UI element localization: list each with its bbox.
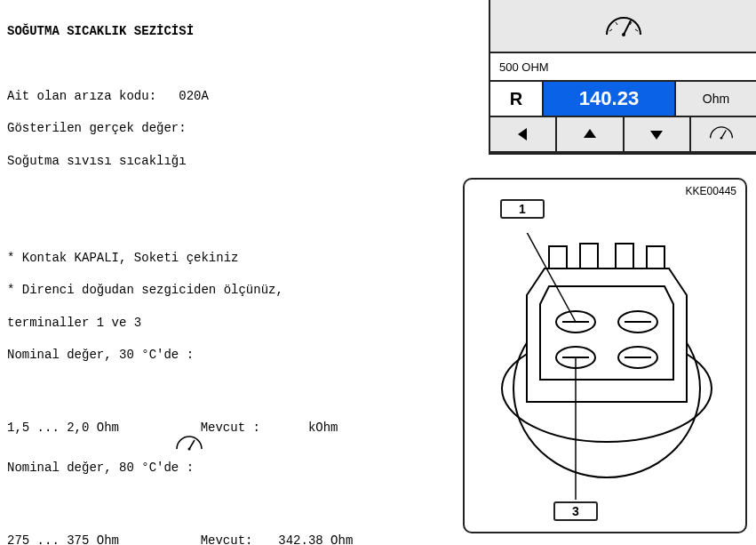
meter-unit: Ohm xyxy=(676,82,756,116)
pin-label-1: 1 xyxy=(500,199,545,219)
down-button[interactable] xyxy=(625,117,691,151)
diagram-code: KKE00445 xyxy=(686,185,736,197)
up-button[interactable] xyxy=(557,117,624,151)
step-1: * Kontak KAPALI, Soketi çekiniz xyxy=(7,250,478,266)
prev-button[interactable] xyxy=(490,117,557,151)
meter-header xyxy=(490,0,756,53)
meter-mode[interactable]: R xyxy=(490,82,544,116)
fault-code: 020A xyxy=(179,89,209,103)
title: SOĞUTMA SICAKLIK SEZİCİSİ xyxy=(7,23,478,39)
svg-point-1 xyxy=(188,448,191,451)
svg-line-4 xyxy=(624,20,631,35)
step-2: * Direnci doğudan sezgiciden ölçünüz, xyxy=(7,282,478,298)
connector-diagram: KKE00445 1 3 xyxy=(463,178,747,533)
meter-range: 500 OHM xyxy=(490,53,756,82)
svg-marker-10 xyxy=(518,128,527,140)
svg-marker-12 xyxy=(650,131,663,140)
svg-point-14 xyxy=(720,137,723,140)
gauge-icon xyxy=(602,13,645,38)
meter-panel: 500 OHM R 140.23 Ohm xyxy=(489,0,756,155)
shown-label: Gösterilen gerçek değer: xyxy=(7,120,478,136)
meter-button-row xyxy=(490,117,756,153)
svg-marker-11 xyxy=(584,129,596,138)
mevcut-30-value: kOhm xyxy=(308,420,338,436)
mevcut-80-value: 342.38 Ohm xyxy=(278,533,353,545)
nominal-30-range: 1,5 ... 2,0 Ohm xyxy=(7,420,119,436)
meter-value: 140.23 xyxy=(544,82,676,116)
svg-line-7 xyxy=(616,22,617,25)
mevcut-80-label: Mevcut: xyxy=(201,533,253,545)
nominal-80-label: Nominal değer, 80 °C'de : xyxy=(7,460,478,476)
gauge-icon xyxy=(145,419,175,437)
fault-code-label: Ait olan arıza kodu: xyxy=(7,89,156,103)
meter-value-row: R 140.23 Ohm xyxy=(490,82,756,117)
instruction-panel: SOĞUTMA SICAKLIK SEZİCİSİ Ait olan arıza… xyxy=(7,7,478,545)
connector-illustration xyxy=(496,233,718,500)
step-2b: terminaller 1 ve 3 xyxy=(7,315,478,331)
svg-line-9 xyxy=(635,29,638,31)
gauge-icon xyxy=(708,125,738,143)
svg-line-6 xyxy=(609,29,612,31)
shown-value: Soğutma sıvısı sıcaklığı xyxy=(7,153,478,169)
svg-point-5 xyxy=(622,33,625,36)
svg-line-0 xyxy=(189,440,195,449)
pin-label-3: 3 xyxy=(553,501,598,521)
nominal-80-range: 275 ... 375 Ohm xyxy=(7,533,119,545)
gauge-icon xyxy=(145,532,175,545)
gauge-button[interactable] xyxy=(691,117,756,151)
nominal-30-label: Nominal değer, 30 °C'de : xyxy=(7,347,478,363)
svg-line-13 xyxy=(721,130,726,138)
mevcut-30-label: Mevcut : xyxy=(201,420,260,436)
